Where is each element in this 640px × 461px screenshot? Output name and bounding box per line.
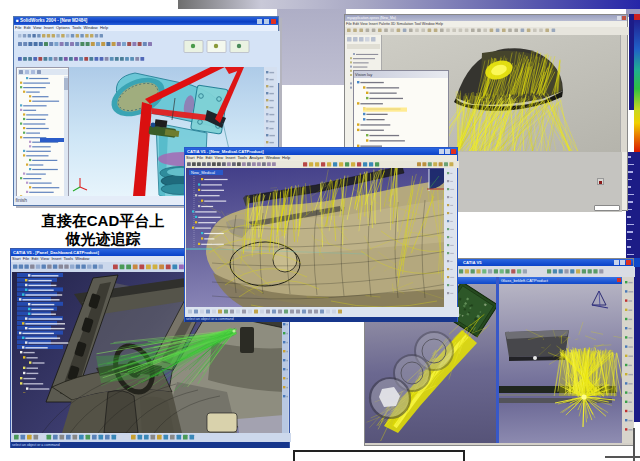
svg-text:New_Medical: New_Medical [191,170,215,175]
